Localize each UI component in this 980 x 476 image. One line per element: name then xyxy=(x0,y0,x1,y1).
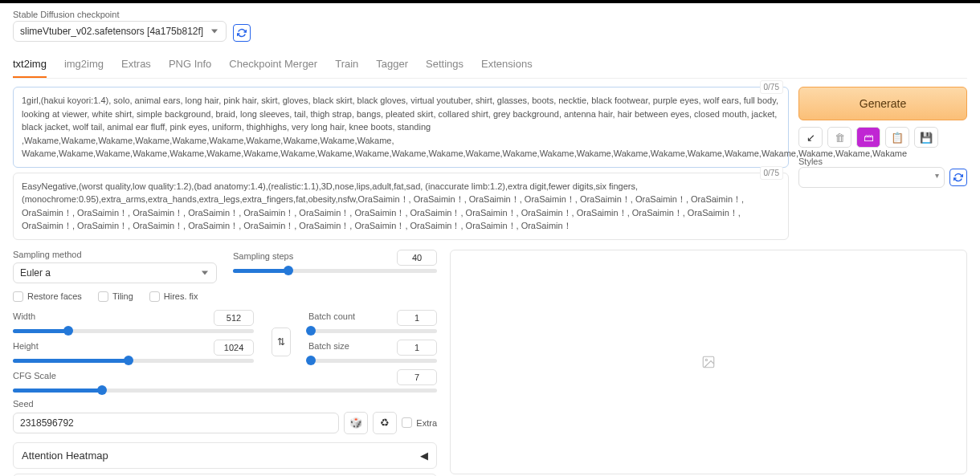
sampling-method-select[interactable]: Euler a xyxy=(13,262,217,283)
controlnet-accordion[interactable]: ControlNet◀ xyxy=(13,474,437,477)
height-value[interactable]: 1024 xyxy=(214,340,254,356)
negative-prompt-textarea[interactable]: 0/75 EasyNegative,(worst quality,low qua… xyxy=(13,173,789,240)
svg-point-1 xyxy=(705,359,707,360)
sampling-steps-label: Sampling steps xyxy=(233,251,293,261)
tab-extras[interactable]: Extras xyxy=(121,51,151,78)
random-seed-button[interactable]: 🎲 xyxy=(344,412,368,434)
paste-icon[interactable]: ↙ xyxy=(798,127,823,148)
tab-train[interactable]: Train xyxy=(335,51,358,78)
seed-input[interactable]: 2318596792 xyxy=(13,413,339,433)
refresh-icon[interactable] xyxy=(233,24,251,42)
tab-merger[interactable]: Checkpoint Merger xyxy=(229,51,317,78)
batch-count-value[interactable]: 1 xyxy=(397,310,437,326)
extra-seed-checkbox[interactable]: Extra xyxy=(402,417,437,428)
width-value[interactable]: 512 xyxy=(214,310,254,326)
prompt-textarea[interactable]: 0/75 1girl,(hakui koyori:1.4), solo, ani… xyxy=(13,87,789,168)
tab-txt2img[interactable]: txt2img xyxy=(13,51,47,78)
extra-networks-icon[interactable]: 🗃 xyxy=(856,127,880,148)
save-style-icon[interactable]: 💾 xyxy=(914,127,938,148)
sampling-steps-value[interactable]: 40 xyxy=(397,250,437,266)
tab-tagger[interactable]: Tagger xyxy=(376,51,408,78)
checkpoint-label: Stable Diffusion checkpoint xyxy=(13,10,227,19)
tabs: txt2img img2img Extras PNG Info Checkpoi… xyxy=(13,51,967,79)
checkpoint-select[interactable]: slimeVtuber_v02.safetensors [4a175b812f] xyxy=(13,21,227,42)
generate-button[interactable]: Generate xyxy=(798,87,967,120)
batch-count-label: Batch count xyxy=(308,311,355,321)
height-slider[interactable] xyxy=(13,359,254,363)
styles-refresh-icon[interactable] xyxy=(949,169,967,186)
width-label: Width xyxy=(13,311,35,321)
tab-img2img[interactable]: img2img xyxy=(64,51,104,78)
tab-pnginfo[interactable]: PNG Info xyxy=(169,51,211,78)
cfg-value[interactable]: 7 xyxy=(397,369,437,385)
styles-select[interactable] xyxy=(798,167,945,188)
checkpoint-row: Stable Diffusion checkpoint slimeVtuber_… xyxy=(13,10,967,42)
cfg-label: CFG Scale xyxy=(13,371,56,380)
output-gallery xyxy=(450,250,967,474)
height-label: Height xyxy=(13,341,39,351)
clear-icon[interactable]: 🗑 xyxy=(827,127,851,148)
width-slider[interactable] xyxy=(13,329,254,333)
cfg-slider[interactable] xyxy=(13,389,437,393)
attention-heatmap-accordion[interactable]: Attention Heatmap◀ xyxy=(13,442,437,469)
reuse-seed-button[interactable]: ♻ xyxy=(373,412,397,434)
neg-prompt-counter: 0/75 xyxy=(760,166,783,180)
sampling-method-label: Sampling method xyxy=(13,250,217,259)
tab-extensions[interactable]: Extensions xyxy=(481,51,533,78)
restore-faces-checkbox[interactable]: Restore faces xyxy=(13,291,82,302)
tiling-checkbox[interactable]: Tiling xyxy=(98,291,133,302)
batch-size-value[interactable]: 1 xyxy=(397,340,437,356)
batch-count-slider[interactable] xyxy=(308,329,437,333)
image-placeholder-icon xyxy=(701,355,716,369)
sampling-steps-slider[interactable] xyxy=(233,269,437,273)
seed-label: Seed xyxy=(13,399,437,409)
read-icon[interactable]: 📋 xyxy=(885,127,909,148)
batch-size-label: Batch size xyxy=(308,341,349,351)
tab-settings[interactable]: Settings xyxy=(426,51,463,78)
batch-size-slider[interactable] xyxy=(308,359,437,363)
hires-fix-checkbox[interactable]: Hires. fix xyxy=(149,291,198,302)
prompt-counter: 0/75 xyxy=(760,80,783,94)
chevron-left-icon: ◀ xyxy=(420,450,428,462)
swap-dimensions-button[interactable]: ⇅ xyxy=(272,328,291,356)
